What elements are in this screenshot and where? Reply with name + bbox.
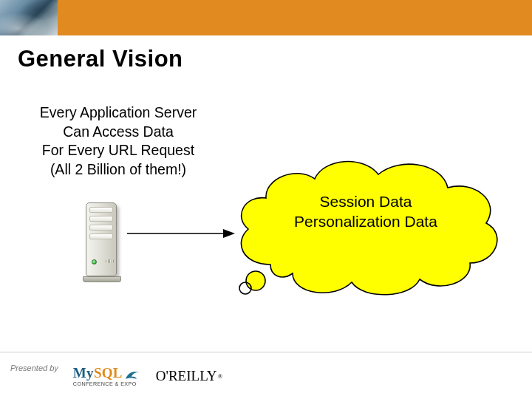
oreilly-logo: O'REILLY® xyxy=(156,368,223,384)
body-line-3: For Every URL Request xyxy=(22,141,214,160)
server-drive-bay xyxy=(89,233,113,239)
registered-mark-icon: ® xyxy=(218,372,223,380)
server-base xyxy=(83,276,121,282)
mysql-wordmark: MySQL xyxy=(73,365,123,381)
footer: Presented by MySQL CONFERENCE & EXPO O'R… xyxy=(0,352,532,399)
server-drive-bay xyxy=(89,207,113,213)
body-line-2: Can Access Data xyxy=(22,123,214,142)
body-line-1: Every Application Server xyxy=(22,103,214,123)
server-body xyxy=(86,202,117,276)
server-drive-bay xyxy=(89,216,113,222)
header-bar xyxy=(0,0,532,35)
slide-title: General Vision xyxy=(18,46,183,72)
mysql-tagline: CONFERENCE & EXPO xyxy=(73,381,137,387)
svg-point-2 xyxy=(246,271,265,290)
body-paragraph: Every Application Server Can Access Data… xyxy=(22,103,214,180)
mysql-logo: MySQL CONFERENCE & EXPO xyxy=(73,365,141,387)
wave-image-icon xyxy=(0,0,58,35)
body-line-4: (All 2 Billion of them!) xyxy=(22,160,214,180)
oreilly-wordmark: O'REILLY xyxy=(156,368,217,384)
server-drive-bay xyxy=(89,225,113,231)
cloud-text: Session Data Personalization Data xyxy=(248,192,484,232)
cloud-line-2: Personalization Data xyxy=(248,212,484,232)
cloud-line-1: Session Data xyxy=(248,192,484,212)
server-icon xyxy=(80,200,123,282)
arrow-icon xyxy=(126,226,236,241)
server-power-led-icon xyxy=(92,259,97,265)
mysql-dolphin-icon xyxy=(125,369,141,381)
server-vent-icon xyxy=(106,259,114,263)
presented-by-label: Presented by xyxy=(10,364,58,372)
